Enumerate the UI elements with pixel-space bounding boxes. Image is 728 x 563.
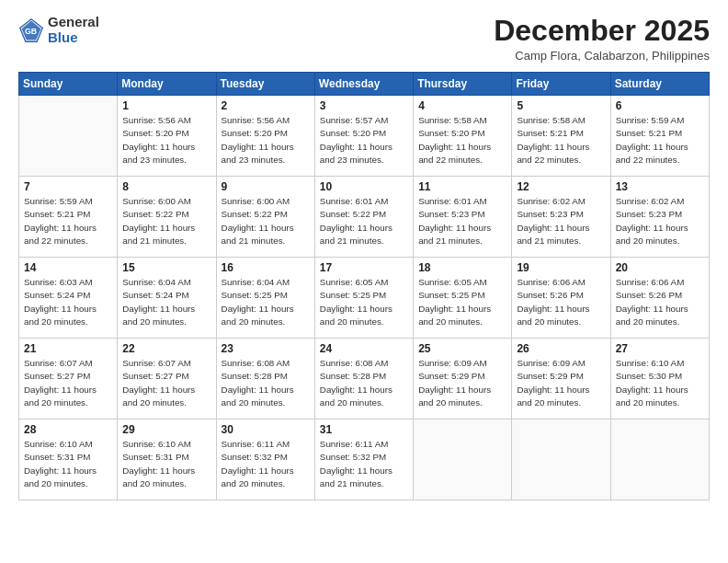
day-info: Sunrise: 6:10 AMSunset: 5:31 PMDaylight:… (24, 438, 112, 490)
calendar-dow-sunday: Sunday (19, 73, 118, 96)
calendar-dow-saturday: Saturday (610, 73, 709, 96)
day-number: 21 (24, 342, 112, 355)
day-info: Sunrise: 5:57 AMSunset: 5:20 PMDaylight:… (320, 114, 408, 167)
svg-text:GB: GB (25, 27, 37, 36)
day-info: Sunrise: 6:08 AMSunset: 5:28 PMDaylight:… (222, 357, 310, 409)
day-number: 24 (320, 342, 408, 355)
logo: GB General Blue (18, 15, 99, 45)
calendar-cell: 22Sunrise: 6:07 AMSunset: 5:27 PMDayligh… (118, 339, 216, 419)
header: GB General Blue December 2025 Camp Flora… (18, 15, 710, 63)
calendar-cell: 5Sunrise: 5:58 AMSunset: 5:21 PMDaylight… (512, 96, 610, 177)
day-number: 30 (222, 423, 310, 436)
page: GB General Blue December 2025 Camp Flora… (0, 0, 728, 563)
day-info: Sunrise: 6:05 AMSunset: 5:25 PMDaylight:… (418, 276, 506, 328)
title-section: December 2025 Camp Flora, Calabarzon, Ph… (494, 15, 710, 63)
calendar-cell: 12Sunrise: 6:02 AMSunset: 5:23 PMDayligh… (512, 177, 610, 258)
calendar-cell: 14Sunrise: 6:03 AMSunset: 5:24 PMDayligh… (19, 258, 118, 339)
day-info: Sunrise: 5:58 AMSunset: 5:20 PMDaylight:… (418, 114, 506, 167)
day-number: 22 (122, 342, 210, 355)
day-info: Sunrise: 6:09 AMSunset: 5:29 PMDaylight:… (517, 357, 605, 409)
day-number: 19 (517, 261, 605, 274)
day-info: Sunrise: 6:05 AMSunset: 5:25 PMDaylight:… (320, 276, 408, 328)
day-number: 23 (222, 342, 310, 355)
day-number: 31 (320, 423, 408, 436)
logo-icon: GB (18, 17, 44, 43)
calendar-week-row: 28Sunrise: 6:10 AMSunset: 5:31 PMDayligh… (19, 419, 710, 500)
day-info: Sunrise: 6:08 AMSunset: 5:28 PMDaylight:… (320, 357, 408, 409)
calendar-dow-thursday: Thursday (414, 73, 512, 96)
day-number: 3 (320, 99, 408, 112)
day-number: 9 (222, 180, 310, 193)
calendar-cell (512, 419, 610, 500)
calendar-cell: 20Sunrise: 6:06 AMSunset: 5:26 PMDayligh… (610, 258, 709, 339)
calendar-cell: 24Sunrise: 6:08 AMSunset: 5:28 PMDayligh… (314, 339, 413, 419)
day-info: Sunrise: 6:01 AMSunset: 5:22 PMDaylight:… (320, 195, 408, 247)
calendar-cell: 27Sunrise: 6:10 AMSunset: 5:30 PMDayligh… (610, 339, 709, 419)
day-number: 12 (517, 180, 605, 193)
logo-text: General Blue (48, 15, 99, 45)
calendar-dow-tuesday: Tuesday (216, 73, 314, 96)
day-info: Sunrise: 6:00 AMSunset: 5:22 PMDaylight:… (222, 195, 310, 247)
day-number: 8 (122, 180, 210, 193)
calendar-cell: 31Sunrise: 6:11 AMSunset: 5:32 PMDayligh… (314, 419, 413, 500)
day-info: Sunrise: 5:59 AMSunset: 5:21 PMDaylight:… (616, 114, 704, 167)
day-number: 4 (418, 99, 506, 112)
logo-general-text: General (48, 15, 99, 30)
day-number: 6 (616, 99, 704, 112)
day-info: Sunrise: 6:07 AMSunset: 5:27 PMDaylight:… (24, 357, 112, 409)
calendar-cell: 30Sunrise: 6:11 AMSunset: 5:32 PMDayligh… (216, 419, 314, 500)
day-info: Sunrise: 6:04 AMSunset: 5:25 PMDaylight:… (222, 276, 310, 328)
day-info: Sunrise: 6:06 AMSunset: 5:26 PMDaylight:… (517, 276, 605, 328)
day-info: Sunrise: 6:03 AMSunset: 5:24 PMDaylight:… (24, 276, 112, 328)
calendar-cell: 7Sunrise: 5:59 AMSunset: 5:21 PMDaylight… (19, 177, 118, 258)
day-number: 2 (222, 99, 310, 112)
calendar-cell: 21Sunrise: 6:07 AMSunset: 5:27 PMDayligh… (19, 339, 118, 419)
calendar-cell (414, 419, 512, 500)
day-info: Sunrise: 5:56 AMSunset: 5:20 PMDaylight:… (222, 114, 310, 167)
calendar-table: SundayMondayTuesdayWednesdayThursdayFrid… (18, 72, 710, 500)
calendar-cell (19, 96, 118, 177)
month-title: December 2025 (494, 15, 710, 47)
day-number: 26 (517, 342, 605, 355)
day-number: 27 (616, 342, 704, 355)
day-info: Sunrise: 6:06 AMSunset: 5:26 PMDaylight:… (616, 276, 704, 328)
day-number: 1 (122, 99, 210, 112)
day-number: 29 (122, 423, 210, 436)
calendar-week-row: 14Sunrise: 6:03 AMSunset: 5:24 PMDayligh… (19, 258, 710, 339)
day-number: 11 (418, 180, 506, 193)
calendar-cell: 11Sunrise: 6:01 AMSunset: 5:23 PMDayligh… (414, 177, 512, 258)
day-info: Sunrise: 6:02 AMSunset: 5:23 PMDaylight:… (517, 195, 605, 247)
day-info: Sunrise: 6:11 AMSunset: 5:32 PMDaylight:… (222, 438, 310, 490)
day-number: 28 (24, 423, 112, 436)
calendar-cell: 6Sunrise: 5:59 AMSunset: 5:21 PMDaylight… (610, 96, 709, 177)
calendar-cell: 1Sunrise: 5:56 AMSunset: 5:20 PMDaylight… (118, 96, 216, 177)
calendar-cell: 4Sunrise: 5:58 AMSunset: 5:20 PMDaylight… (414, 96, 512, 177)
day-info: Sunrise: 5:59 AMSunset: 5:21 PMDaylight:… (24, 195, 112, 247)
day-info: Sunrise: 6:11 AMSunset: 5:32 PMDaylight:… (320, 438, 408, 490)
calendar-cell: 29Sunrise: 6:10 AMSunset: 5:31 PMDayligh… (118, 419, 216, 500)
calendar-dow-wednesday: Wednesday (314, 73, 413, 96)
day-info: Sunrise: 6:10 AMSunset: 5:30 PMDaylight:… (616, 357, 704, 409)
day-number: 17 (320, 261, 408, 274)
day-number: 5 (517, 99, 605, 112)
day-info: Sunrise: 5:56 AMSunset: 5:20 PMDaylight:… (122, 114, 210, 167)
day-number: 16 (222, 261, 310, 274)
day-number: 18 (418, 261, 506, 274)
calendar-week-row: 1Sunrise: 5:56 AMSunset: 5:20 PMDaylight… (19, 96, 710, 177)
day-number: 20 (616, 261, 704, 274)
location: Camp Flora, Calabarzon, Philippines (494, 49, 710, 63)
calendar-cell: 25Sunrise: 6:09 AMSunset: 5:29 PMDayligh… (414, 339, 512, 419)
calendar-cell: 9Sunrise: 6:00 AMSunset: 5:22 PMDaylight… (216, 177, 314, 258)
calendar-cell (610, 419, 709, 500)
calendar-cell: 13Sunrise: 6:02 AMSunset: 5:23 PMDayligh… (610, 177, 709, 258)
day-info: Sunrise: 6:09 AMSunset: 5:29 PMDaylight:… (418, 357, 506, 409)
calendar-cell: 10Sunrise: 6:01 AMSunset: 5:22 PMDayligh… (314, 177, 413, 258)
calendar-cell: 8Sunrise: 6:00 AMSunset: 5:22 PMDaylight… (118, 177, 216, 258)
calendar-header-row: SundayMondayTuesdayWednesdayThursdayFrid… (19, 73, 710, 96)
day-number: 14 (24, 261, 112, 274)
calendar-dow-monday: Monday (118, 73, 216, 96)
calendar-cell: 19Sunrise: 6:06 AMSunset: 5:26 PMDayligh… (512, 258, 610, 339)
day-info: Sunrise: 6:01 AMSunset: 5:23 PMDaylight:… (418, 195, 506, 247)
day-info: Sunrise: 5:58 AMSunset: 5:21 PMDaylight:… (517, 114, 605, 167)
calendar-dow-friday: Friday (512, 73, 610, 96)
